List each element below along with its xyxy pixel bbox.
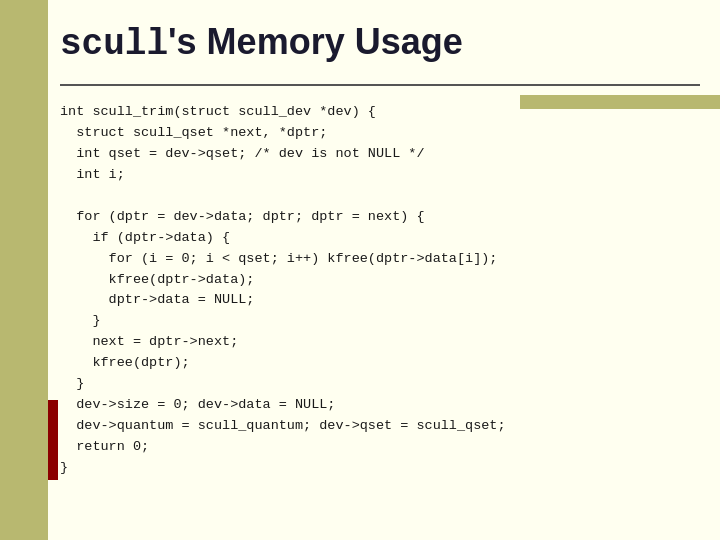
page-container: scull's Memory Usage int scull_trim(stru…: [0, 0, 720, 540]
page-title: scull's Memory Usage: [60, 20, 700, 66]
main-content: scull's Memory Usage int scull_trim(stru…: [60, 20, 700, 520]
title-divider: [60, 84, 700, 86]
bottom-left-accent-bar: [48, 400, 58, 480]
title-mono-part: scull: [60, 24, 168, 65]
code-block: int scull_trim(struct scull_dev *dev) { …: [60, 102, 700, 479]
title-regular-part: 's Memory Usage: [168, 21, 463, 62]
left-accent-bar: [0, 0, 48, 540]
